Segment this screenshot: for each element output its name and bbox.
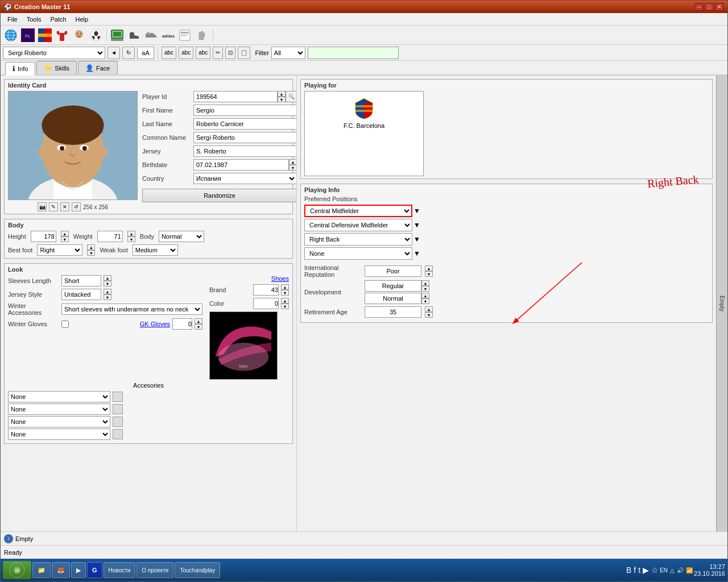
- abc-copy-btn[interactable]: ⊡: [225, 47, 235, 59]
- player-id-input[interactable]: [193, 91, 278, 102]
- sneaker-icon[interactable]: [143, 27, 159, 43]
- color-input[interactable]: [253, 298, 279, 309]
- acc-color-2[interactable]: [113, 404, 123, 414]
- brand-spin-up[interactable]: ▲: [281, 284, 289, 290]
- height-spin-up[interactable]: ▲: [61, 231, 69, 236]
- color-spin-down[interactable]: ▼: [281, 304, 289, 309]
- maximize-button[interactable]: □: [705, 3, 714, 11]
- menu-patch[interactable]: Patch: [46, 15, 71, 24]
- player-id-search-btn[interactable]: 🔍: [286, 91, 296, 102]
- player-nav-prev[interactable]: ◄: [107, 47, 120, 59]
- portrait-camera-btn[interactable]: 📷: [38, 202, 47, 211]
- abc-paste-btn[interactable]: 📋: [238, 47, 250, 59]
- jersey-style-spin-down[interactable]: ▼: [104, 294, 111, 300]
- best-foot-spin-up[interactable]: ▲: [87, 244, 95, 250]
- player-refresh[interactable]: ↻: [122, 47, 135, 59]
- close-button[interactable]: ✕: [715, 3, 724, 11]
- jersey-style-spin-up[interactable]: ▲: [104, 289, 111, 294]
- randomize-button[interactable]: Randomize: [142, 189, 296, 202]
- weight-spin-up[interactable]: ▲: [127, 231, 135, 236]
- jersey-style-input[interactable]: [61, 289, 101, 300]
- body-type-select[interactable]: Normal: [159, 231, 204, 242]
- dev-spin-up-2[interactable]: ▲: [421, 293, 429, 298]
- best-foot-spin-down[interactable]: ▼: [87, 250, 95, 256]
- taskbar-browser[interactable]: 🦊: [52, 562, 70, 578]
- menu-tools[interactable]: Tools: [22, 15, 46, 24]
- retirement-spin-down[interactable]: ▼: [425, 312, 433, 318]
- position-select-4[interactable]: None: [304, 247, 412, 260]
- menu-file[interactable]: File: [3, 15, 22, 24]
- country-select[interactable]: Испания: [193, 173, 296, 184]
- abc-cut-btn[interactable]: ✂: [213, 47, 223, 59]
- last-name-input[interactable]: [193, 118, 296, 130]
- player-id-spin-down[interactable]: ▼: [278, 97, 286, 102]
- winter-gloves-spin-down[interactable]: ▼: [195, 324, 202, 330]
- taskbar-news1[interactable]: Новости: [104, 562, 136, 578]
- ball-icon[interactable]: [88, 27, 104, 43]
- best-foot-select[interactable]: Right: [37, 244, 82, 256]
- winter-gloves-input[interactable]: [172, 318, 192, 330]
- acc-color-4[interactable]: [113, 429, 123, 439]
- portrait-refresh-btn[interactable]: ↺: [72, 202, 81, 211]
- gk-gloves-link[interactable]: GK Gloves: [140, 321, 170, 327]
- acc-color-1[interactable]: [113, 392, 123, 402]
- common-name-input[interactable]: [193, 132, 296, 143]
- dev-spin-down-1[interactable]: ▼: [421, 286, 429, 292]
- first-name-input[interactable]: [193, 105, 296, 116]
- taskbar-app[interactable]: G: [87, 562, 102, 578]
- position-select-3[interactable]: Right Back: [304, 233, 412, 246]
- birthdate-spin-down[interactable]: ▼: [289, 165, 296, 171]
- menu-help[interactable]: Help: [71, 15, 93, 24]
- taskbar-media[interactable]: ▶: [71, 562, 86, 578]
- filter-input[interactable]: [308, 47, 399, 59]
- stadium-icon[interactable]: [109, 27, 125, 43]
- retirement-spin-up[interactable]: ▲: [425, 306, 433, 312]
- int-rep-input[interactable]: [365, 265, 421, 277]
- position-select-1[interactable]: Central Midfielder: [304, 205, 412, 217]
- color-spin-up[interactable]: ▲: [281, 298, 289, 304]
- acc-color-3[interactable]: [113, 417, 123, 427]
- boot-icon[interactable]: [126, 27, 142, 43]
- int-rep-spin-up[interactable]: ▲: [425, 265, 433, 271]
- birthdate-spin-up[interactable]: ▲: [289, 159, 296, 165]
- dev-spin-up-1[interactable]: ▲: [421, 280, 429, 286]
- barcelona-icon[interactable]: [37, 27, 53, 43]
- winter-gloves-checkbox[interactable]: [61, 321, 69, 328]
- tab-info[interactable]: ℹ Info: [5, 62, 35, 76]
- taskbar-news3[interactable]: Touchandplay: [175, 562, 220, 578]
- rss-icon[interactable]: ☆: [651, 566, 659, 575]
- position-select-2[interactable]: Central Defensive Midfielder: [304, 219, 412, 231]
- premier-league-icon[interactable]: PL: [20, 27, 36, 43]
- abc-btn-1[interactable]: abc: [162, 47, 176, 59]
- abc-btn-3[interactable]: abc: [196, 47, 210, 59]
- int-rep-spin-down[interactable]: ▼: [425, 271, 433, 277]
- weight-input[interactable]: [97, 231, 123, 242]
- acc-select-1[interactable]: None: [8, 391, 110, 402]
- sleeves-input[interactable]: [61, 275, 101, 286]
- acc-select-2[interactable]: None: [8, 404, 110, 415]
- jersey-input[interactable]: [193, 146, 296, 157]
- adidas-icon[interactable]: adidas: [160, 27, 176, 43]
- start-button[interactable]: ⊞: [3, 561, 31, 579]
- sleeves-spin-up[interactable]: ▲: [104, 275, 111, 281]
- shoes-link[interactable]: Shoes: [271, 275, 289, 282]
- player-id-spin-up[interactable]: ▲: [278, 91, 286, 97]
- portrait-delete-btn[interactable]: ✕: [60, 202, 69, 211]
- brand-spin-down[interactable]: ▼: [281, 290, 289, 296]
- weight-spin-down[interactable]: ▼: [127, 236, 135, 242]
- brand-input[interactable]: [253, 284, 279, 296]
- sleeves-spin-down[interactable]: ▼: [104, 281, 111, 286]
- height-input[interactable]: [31, 231, 56, 242]
- acc-select-3[interactable]: None: [8, 416, 110, 427]
- winter-gloves-spin-up[interactable]: ▲: [195, 318, 202, 324]
- portrait-edit-btn[interactable]: ✎: [49, 202, 58, 211]
- tab-skills[interactable]: ⭐ Skills: [36, 61, 77, 74]
- winter-acc-select[interactable]: Short sleeves with underarmor arms no ne…: [61, 304, 202, 315]
- filter-select[interactable]: All: [271, 47, 305, 59]
- globe-icon[interactable]: [3, 27, 19, 43]
- taskbar-file-manager[interactable]: 📁: [32, 562, 51, 578]
- birthdate-input[interactable]: [193, 159, 289, 171]
- glove-icon[interactable]: [195, 27, 210, 43]
- acc-select-4[interactable]: None: [8, 429, 110, 440]
- facebook-icon[interactable]: f: [634, 566, 636, 575]
